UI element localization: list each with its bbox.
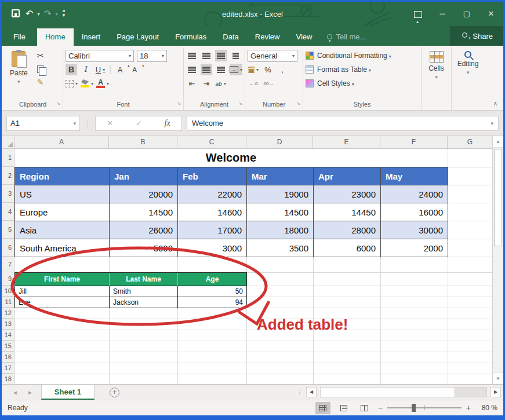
zoom-in-button[interactable]: + bbox=[466, 403, 471, 412]
cell[interactable]: 28000 bbox=[314, 221, 381, 239]
cell[interactable]: Asia bbox=[15, 221, 110, 239]
cell-styles-button[interactable]: Cell Styles bbox=[306, 76, 419, 90]
cells-dropdown-icon[interactable]: ▾ bbox=[435, 74, 438, 80]
tab-insert[interactable]: Insert bbox=[74, 28, 109, 46]
copy-button[interactable] bbox=[35, 63, 46, 75]
row-header[interactable]: 18 bbox=[2, 374, 14, 384]
row-header[interactable]: 15 bbox=[2, 341, 14, 352]
cell-a1-welcome-title[interactable]: Welcome bbox=[14, 149, 448, 167]
fill-color-button[interactable] bbox=[81, 78, 93, 89]
cell[interactable]: 30000 bbox=[381, 221, 448, 239]
clipboard-dialog-launcher[interactable]: ↘ bbox=[56, 99, 60, 108]
cell[interactable]: First Name bbox=[15, 273, 110, 286]
collapse-ribbon-button[interactable]: ∧ bbox=[493, 100, 497, 107]
decrease-indent-button[interactable]: ⇤ bbox=[186, 78, 198, 89]
decrease-decimal-button[interactable]: .00→ bbox=[262, 78, 274, 89]
tab-home[interactable]: Home bbox=[37, 28, 74, 46]
horizontal-scroll-thumb[interactable] bbox=[321, 388, 455, 397]
row-header[interactable]: 5 bbox=[2, 221, 14, 239]
cell[interactable]: 20000 bbox=[110, 185, 178, 203]
row-header[interactable]: 16 bbox=[2, 352, 14, 363]
decrease-font-button[interactable]: A bbox=[129, 64, 140, 75]
next-sheet-button[interactable]: ► bbox=[27, 389, 33, 396]
cell[interactable]: 14500 bbox=[247, 203, 314, 221]
cell[interactable]: 22000 bbox=[178, 185, 247, 203]
tab-file[interactable]: File bbox=[2, 28, 37, 46]
editing-button[interactable]: Editing ▾ bbox=[454, 49, 482, 75]
align-right-button[interactable] bbox=[215, 64, 227, 75]
number-format-select[interactable]: General bbox=[248, 50, 297, 62]
cell[interactable]: US bbox=[15, 185, 110, 203]
zoom-percentage[interactable]: 80 % bbox=[477, 404, 497, 412]
font-dialog-launcher[interactable]: ↘ bbox=[177, 99, 181, 108]
formula-bar-drag-handle[interactable]: ⋮ bbox=[85, 121, 90, 125]
column-header-a[interactable]: A bbox=[14, 136, 109, 148]
font-size-select[interactable]: 18 bbox=[137, 50, 167, 62]
align-left-button[interactable] bbox=[186, 64, 198, 75]
row-header[interactable]: 6 bbox=[2, 239, 14, 257]
row-header[interactable]: 4 bbox=[2, 203, 14, 221]
cut-button[interactable]: ✂ bbox=[35, 50, 46, 61]
bold-button[interactable]: B bbox=[66, 64, 77, 75]
column-header-e[interactable]: E bbox=[313, 136, 380, 148]
scroll-right-button[interactable]: ▶ bbox=[491, 387, 501, 397]
horizontal-scroll-track[interactable] bbox=[320, 387, 487, 397]
row-header[interactable]: 14 bbox=[2, 330, 14, 341]
vertical-scroll-thumb[interactable] bbox=[494, 149, 502, 246]
comma-style-button[interactable]: , bbox=[277, 64, 288, 75]
row-header[interactable]: 12 bbox=[2, 308, 14, 319]
cell[interactable]: South America bbox=[15, 239, 110, 257]
ribbon-display-options-button[interactable] bbox=[406, 2, 430, 26]
cell[interactable]: 26000 bbox=[110, 221, 178, 239]
name-box[interactable]: A1 ▾ bbox=[6, 116, 80, 131]
formula-input[interactable]: Welcome ▾ bbox=[187, 116, 499, 131]
tab-review[interactable]: Review bbox=[247, 28, 288, 46]
cell[interactable]: 2000 bbox=[381, 239, 448, 257]
column-header-b[interactable]: B bbox=[109, 136, 177, 148]
tab-view[interactable]: View bbox=[288, 28, 320, 46]
align-middle-button[interactable] bbox=[201, 50, 212, 61]
align-bottom-button[interactable] bbox=[215, 50, 227, 61]
cell[interactable]: 50 bbox=[178, 286, 247, 297]
cell[interactable]: 14450 bbox=[314, 203, 381, 221]
cell[interactable]: 23000 bbox=[314, 185, 381, 203]
paste-button[interactable]: Paste ▾ bbox=[5, 49, 32, 88]
tell-me-box[interactable]: Tell me... bbox=[320, 28, 373, 46]
share-button[interactable]: Share bbox=[450, 26, 503, 46]
cell[interactable]: Age bbox=[178, 273, 247, 286]
vertical-scrollbar[interactable]: ▲ ▼ bbox=[492, 136, 503, 384]
format-as-table-button[interactable]: Format as Table bbox=[306, 63, 419, 76]
tab-page-layout[interactable]: Page Layout bbox=[108, 28, 167, 46]
borders-button[interactable] bbox=[66, 78, 78, 89]
sheet-tab-active[interactable]: Sheet 1 bbox=[41, 385, 95, 400]
cell[interactable]: 19000 bbox=[247, 185, 314, 203]
row-header[interactable]: 1 bbox=[2, 149, 14, 167]
cell[interactable]: Last Name bbox=[110, 273, 178, 286]
cell[interactable]: 14500 bbox=[110, 203, 178, 221]
page-layout-view-button[interactable] bbox=[336, 402, 351, 414]
close-button[interactable]: ✕ bbox=[479, 2, 503, 26]
conditional-formatting-button[interactable]: Conditional Formatting bbox=[306, 49, 419, 63]
number-dialog-launcher[interactable]: ↘ bbox=[296, 99, 300, 108]
insert-function-button[interactable]: fx bbox=[165, 119, 170, 128]
maximize-button[interactable]: ▢ bbox=[455, 2, 479, 26]
font-family-select[interactable]: Calibri bbox=[66, 50, 134, 62]
cell[interactable]: 3000 bbox=[178, 239, 247, 257]
cell[interactable]: 14600 bbox=[178, 203, 247, 221]
column-header-g[interactable]: G bbox=[448, 136, 492, 148]
row-header[interactable]: 7 bbox=[2, 257, 14, 272]
font-color-button[interactable]: A bbox=[96, 78, 109, 89]
cell[interactable]: Jan bbox=[110, 167, 178, 185]
name-box-dropdown-icon[interactable]: ▾ bbox=[73, 120, 76, 126]
cell[interactable]: 3500 bbox=[247, 239, 314, 257]
scroll-left-button[interactable]: ◀ bbox=[306, 387, 317, 397]
alignment-dialog-launcher[interactable]: ↘ bbox=[238, 99, 242, 108]
row-header[interactable]: 10 bbox=[2, 286, 14, 297]
minimize-button[interactable]: ─ bbox=[430, 2, 455, 26]
format-painter-button[interactable]: ✎ bbox=[35, 76, 46, 88]
accounting-format-button[interactable] bbox=[248, 64, 259, 75]
cell[interactable]: 94 bbox=[178, 297, 247, 308]
increase-indent-button[interactable]: ⇥ bbox=[201, 78, 212, 89]
select-all-button[interactable] bbox=[2, 136, 14, 148]
align-center-button[interactable] bbox=[201, 64, 212, 75]
